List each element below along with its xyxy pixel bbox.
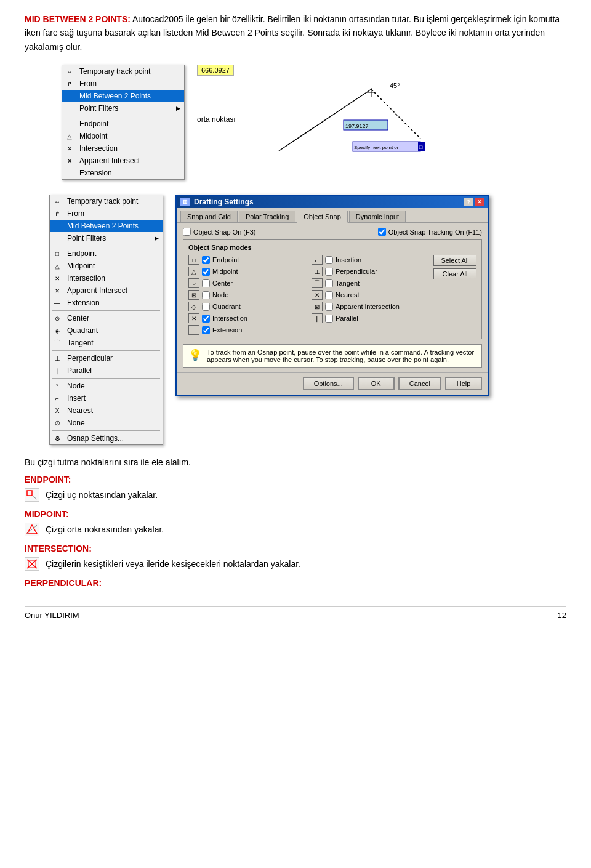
menu-item-extension[interactable]: — Extension (62, 167, 184, 179)
menu-item-apparent[interactable]: ✕ Apparent Intersect (62, 155, 184, 167)
menu2-midpoint[interactable]: △ Midpoint (50, 260, 163, 272)
endpoint-section: ENDPOINT: Çizgi uç noktasından yakalar. (25, 475, 566, 502)
intersection-heading: INTERSECTION: (25, 544, 566, 553)
midpoint2-icon: △ (52, 262, 62, 270)
nearest2-icon: X (52, 406, 62, 415)
menu2-filters[interactable]: Point Filters (50, 232, 163, 244)
ok-button[interactable]: OK (358, 377, 395, 390)
menu2-track[interactable]: ↔ Temporary track point (50, 195, 163, 207)
snap-midpoint-icon: △ (188, 267, 199, 276)
snap-extension: — Extension (188, 325, 305, 335)
node-check-label[interactable]: Node (202, 291, 228, 299)
menu-item-midpoint[interactable]: △ Midpoint (62, 130, 184, 142)
midpoint-check-label[interactable]: Midpoint (202, 268, 238, 276)
endpoint-icon: □ (65, 119, 74, 128)
menu-separator-1 (65, 116, 182, 116)
menu2-quadrant[interactable]: ◈ Quadrant (50, 324, 163, 337)
menu2-from[interactable]: ↱ From (50, 207, 163, 220)
track-icon: ↔ (65, 67, 74, 76)
menu2-sep5 (52, 430, 160, 431)
tangent-check-label[interactable]: Tangent (325, 279, 360, 287)
apparent-icon: ✕ (65, 156, 74, 165)
menu2-center[interactable]: ⊙ Center (50, 312, 163, 324)
help-titlebar-btn[interactable]: ? (464, 198, 473, 206)
menu-item-intersection[interactable]: ✕ Intersection (62, 142, 184, 155)
snap-modes-main: □ Endpoint ⌐ (188, 255, 428, 335)
perpendicular-section: PERPENDICULAR: (25, 578, 566, 588)
menu2-intersection[interactable]: ✕ Intersection (50, 272, 163, 284)
snap-center: ○ Center (188, 278, 305, 288)
filters-icon (65, 104, 74, 113)
parallel-check-label[interactable]: Parallel (325, 315, 358, 323)
endpoint-checkbox[interactable] (202, 256, 210, 264)
midpoint-row: Çizgi orta nokrasından yakalar. (25, 523, 566, 536)
menu-item-from[interactable]: ↱ From (62, 78, 184, 90)
perpendicular-checkbox[interactable] (325, 268, 333, 276)
titlebar-left: ⊞ Drafting Settings (180, 198, 254, 206)
snap-modes-outer: □ Endpoint ⌐ (188, 255, 476, 335)
context-menu-1: ↔ Temporary track point ↱ From Mid Betwe… (62, 65, 185, 180)
snap-on-label[interactable]: Object Snap On (F3) (183, 228, 256, 236)
menu2-perpendicular[interactable]: ⊥ Perpendicular (50, 352, 163, 364)
intersection-svg (26, 558, 38, 569)
snap-apparent-int: ⊠ Apparent intersection (312, 302, 428, 311)
endpoint-check-label[interactable]: Endpoint (202, 256, 239, 264)
quadrant-checkbox[interactable] (202, 303, 210, 311)
footer: Onur YILDIRIM 12 (25, 606, 566, 620)
intersection-checkbox[interactable] (202, 315, 210, 323)
node-checkbox[interactable] (202, 291, 210, 299)
clear-all-button[interactable]: Clear All (433, 268, 476, 279)
options-button[interactable]: Options... (303, 377, 354, 390)
menu2-mid[interactable]: Mid Between 2 Points (50, 220, 163, 232)
intersection-check-label[interactable]: Intersection (202, 315, 247, 323)
menu2-insert[interactable]: ⌐ Insert (50, 392, 163, 404)
menu2-tangent[interactable]: ⌒ Tangent (50, 337, 163, 349)
menu-item-endpoint[interactable]: □ Endpoint (62, 118, 184, 130)
tracking-on-checkbox[interactable] (378, 228, 386, 236)
extension-checkbox[interactable] (202, 326, 210, 334)
quadrant-check-label[interactable]: Quadrant (202, 303, 241, 311)
insertion-check-label[interactable]: Insertion (325, 256, 361, 264)
tab-dynamic-input[interactable]: Dynamic Input (349, 211, 406, 222)
menu-item-track[interactable]: ↔ Temporary track point (62, 65, 184, 78)
snap-perpendicular-icon: ⊥ (312, 267, 323, 276)
parallel-checkbox[interactable] (325, 315, 333, 323)
tab-object-snap[interactable]: Object Snap (297, 211, 348, 223)
menu2-apparent[interactable]: ✕ Apparent Intersect (50, 284, 163, 297)
menu2-none[interactable]: ∅ None (50, 417, 163, 429)
close-titlebar-btn[interactable]: ✕ (475, 198, 484, 206)
menu2-endpoint[interactable]: □ Endpoint (50, 247, 163, 260)
center-check-label[interactable]: Center (202, 279, 233, 287)
menu2-extension[interactable]: — Extension (50, 297, 163, 309)
snap-node-icon: ⊠ (188, 290, 199, 300)
menu-item-mid[interactable]: Mid Between 2 Points (62, 90, 184, 102)
menu2-settings[interactable]: ⚙ Osnap Settings... (50, 432, 163, 444)
tangent-checkbox[interactable] (325, 279, 333, 287)
select-all-button[interactable]: Select All (433, 255, 476, 266)
menu2-parallel[interactable]: ∥ Parallel (50, 364, 163, 377)
tab-snap-grid[interactable]: Snap and Grid (180, 211, 238, 222)
menu-item-filters[interactable]: Point Filters (62, 102, 184, 115)
center-checkbox[interactable] (202, 279, 210, 287)
snap-options-row: Object Snap On (F3) Object Snap Tracking… (183, 228, 482, 236)
nearest-check-label[interactable]: Nearest (325, 291, 360, 299)
apparent-int-checkbox[interactable] (325, 303, 333, 311)
tracking-on-label[interactable]: Object Snap Tracking On (F11) (378, 228, 482, 236)
tangent2-icon: ⌒ (52, 339, 62, 347)
extension-check-label[interactable]: Extension (202, 326, 242, 334)
cancel-button[interactable]: Cancel (398, 377, 441, 390)
snap-quadrant-icon: ◇ (188, 302, 199, 311)
midpoint-checkbox[interactable] (202, 268, 210, 276)
menu2-sep4 (52, 378, 160, 379)
help-button[interactable]: Help (445, 377, 482, 390)
info-icon: 💡 (188, 348, 202, 362)
menu2-nearest[interactable]: X Nearest (50, 404, 163, 417)
menu2-node[interactable]: ° Node (50, 380, 163, 392)
snap-on-checkbox[interactable] (183, 228, 191, 236)
insertion-checkbox[interactable] (325, 256, 333, 264)
apparent-int-check-label[interactable]: Apparent intersection (325, 303, 400, 311)
midpoint-icon: △ (65, 132, 74, 140)
nearest-checkbox[interactable] (325, 291, 333, 299)
tab-polar-tracking[interactable]: Polar Tracking (239, 211, 296, 222)
perpendicular-check-label[interactable]: Perpendicular (325, 268, 377, 276)
